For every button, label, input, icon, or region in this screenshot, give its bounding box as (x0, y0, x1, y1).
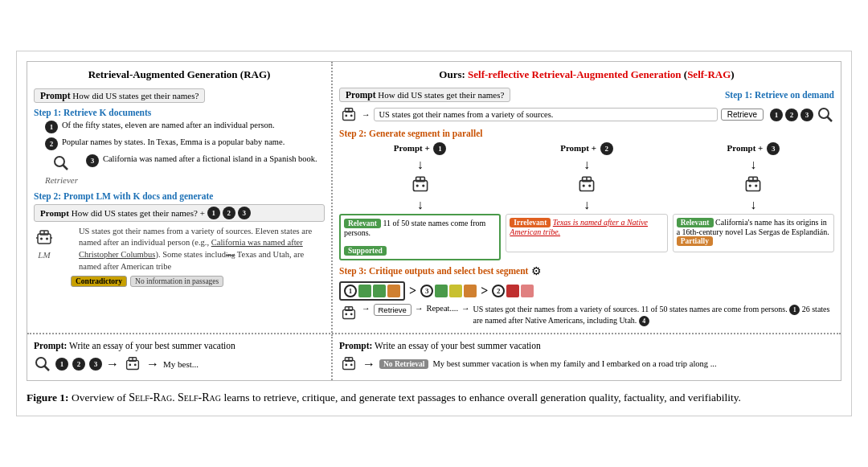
col3-title: Prompt + 3 (673, 142, 834, 155)
col2-badge-irrelevant: Irrelevant (510, 218, 551, 227)
svg-line-1 (63, 165, 68, 170)
svg-point-5 (40, 237, 43, 240)
col3-bot (742, 174, 764, 196)
badge-no-retrieval: No Retrieval (379, 359, 428, 369)
svg-point-13 (350, 114, 353, 117)
final-output-text: US states got their names from a variety… (473, 304, 834, 326)
col1-bot (409, 174, 432, 196)
bottom-right-prompt-text: Write an essay of your best summer vacat… (375, 341, 541, 350)
doc-item-3: 3 California was named after a fictional… (86, 154, 325, 167)
col2-num: 2 (600, 142, 613, 155)
svg-point-41 (129, 364, 131, 367)
right-step3-label: Step 3: Critique outputs and select best… (339, 266, 528, 276)
bottom-left: Prompt: Write an essay of your best summ… (27, 334, 333, 380)
left-num1: 1 (207, 207, 220, 219)
br-output: My best summer vacation is when my famil… (432, 359, 716, 368)
bottom-right-prompt-label: Prompt: (339, 341, 372, 350)
lm-bot-icon (34, 227, 55, 248)
right-panel-title: Ours: Self-reflective Retrieval-Augmente… (339, 68, 834, 81)
left-prompt-label: Prompt (40, 91, 70, 100)
doc-text-3: California was named after a fictional i… (103, 154, 317, 163)
svg-point-25 (588, 184, 591, 186)
doc-item-1: 1 Of the fifty states, eleven are named … (45, 121, 325, 133)
bl-bot (123, 354, 142, 374)
svg-point-6 (46, 237, 48, 240)
lm-output-text: US states got their names from a variety… (79, 226, 325, 273)
doc-num-3: 3 (86, 154, 99, 167)
seg2-num: 2 (492, 285, 505, 297)
svg-point-47 (350, 364, 353, 367)
arrow-right-final2: → (415, 304, 424, 313)
right-title-part3: ) (731, 68, 734, 80)
best-num1: 1 (344, 285, 357, 297)
left-step1-label: Step 1: Retrieve K documents (34, 108, 325, 117)
sq-g2 (373, 285, 386, 297)
sq-o2 (464, 285, 477, 297)
bl-output: My best... (163, 359, 199, 369)
seg-2-box: 2 (492, 285, 534, 297)
col1-output: Relevant 11 of 50 state names come from … (339, 214, 501, 260)
retrieve-result-text: US states got their names from a variety… (379, 110, 554, 119)
right-title-part2: ( (682, 68, 688, 80)
doc-num-2: 2 (45, 137, 58, 150)
col2-bot (575, 174, 598, 196)
svg-point-0 (55, 157, 64, 166)
badge-contradictory: Contradictory (71, 276, 127, 287)
seg-3-box: 3 (420, 285, 477, 297)
left-step2-label: Step 2: Prompt LM with K docs and genera… (34, 191, 325, 201)
doc-text-1: Of the fifty states, eleven are named af… (62, 121, 275, 129)
right-step1-label: Step 1: Retrieve on demand (725, 90, 834, 100)
figure-container: Retrieval-Augmented Generation (RAG) Pro… (16, 51, 852, 416)
col2-output: Irrelevant Texas is named after a Native… (506, 214, 667, 252)
right-title-self-rag2: Self-RAG (687, 68, 731, 80)
bottom-left-magnifier (34, 355, 51, 373)
svg-line-37 (45, 366, 50, 371)
retrieve-button[interactable]: Retrieve (721, 109, 764, 121)
sq-p1 (521, 285, 534, 297)
right-bot-icon (339, 105, 358, 125)
left-prompt2-text: How did US states get their names? + (72, 208, 205, 218)
bl-num2: 2 (72, 358, 85, 371)
gt-sym1: > (409, 284, 416, 298)
sq-g1 (358, 285, 371, 297)
col1-badge-supported: Supported (344, 246, 387, 256)
bl-num1: 1 (55, 358, 68, 371)
doc-num-1: 1 (45, 121, 58, 133)
svg-point-24 (583, 184, 585, 186)
svg-point-29 (749, 184, 751, 186)
col3-output: Relevant California's name has its origi… (673, 214, 834, 252)
col1-title: Prompt + 1 (339, 142, 501, 155)
col1-arrow: ↓ (339, 158, 501, 172)
seg3-num: 3 (420, 285, 433, 297)
figure-caption: Figure 1: Overview of Self-Rag. Self-Rag… (27, 389, 841, 406)
svg-point-35 (350, 313, 353, 315)
retrieve-num2: 2 (785, 109, 798, 121)
bottom-left-prompt-label: Prompt: (34, 341, 67, 350)
best-segment-box: 1 (339, 281, 405, 301)
br-arrow: → (362, 357, 375, 371)
left-prompt-text: How did US states get their names? (72, 91, 199, 100)
col3-badge-relevant: Relevant (677, 218, 714, 227)
svg-rect-9 (343, 111, 355, 120)
br-bot (339, 354, 358, 374)
retrieve-result-box: US states got their names from a variety… (374, 108, 718, 121)
svg-rect-2 (38, 234, 51, 244)
left-panel: Retrieval-Augmented Generation (RAG) Pro… (27, 62, 333, 333)
retrieve-num3: 3 (800, 109, 813, 121)
col-2: Prompt + 2 ↓ ↓ Irrelevant (506, 142, 667, 260)
svg-point-36 (36, 358, 46, 367)
sq-o1 (387, 285, 400, 297)
svg-rect-43 (343, 360, 355, 369)
svg-rect-26 (747, 180, 760, 190)
svg-rect-21 (579, 180, 593, 190)
right-prompt-text: How did US states get their names? (378, 90, 504, 100)
col3-badge-partially: Partially (677, 236, 713, 246)
bottom-left-prompt-text: Write an essay of your best summer vacat… (69, 341, 235, 350)
right-title-part1: Ours: (439, 68, 468, 80)
left-num3: 3 (238, 207, 251, 219)
svg-point-34 (345, 313, 347, 315)
bl-arrow: → (106, 357, 119, 371)
sq-r1 (506, 285, 519, 297)
svg-rect-31 (343, 309, 355, 318)
final-retrieve-btn[interactable]: Retrieve (374, 304, 411, 316)
